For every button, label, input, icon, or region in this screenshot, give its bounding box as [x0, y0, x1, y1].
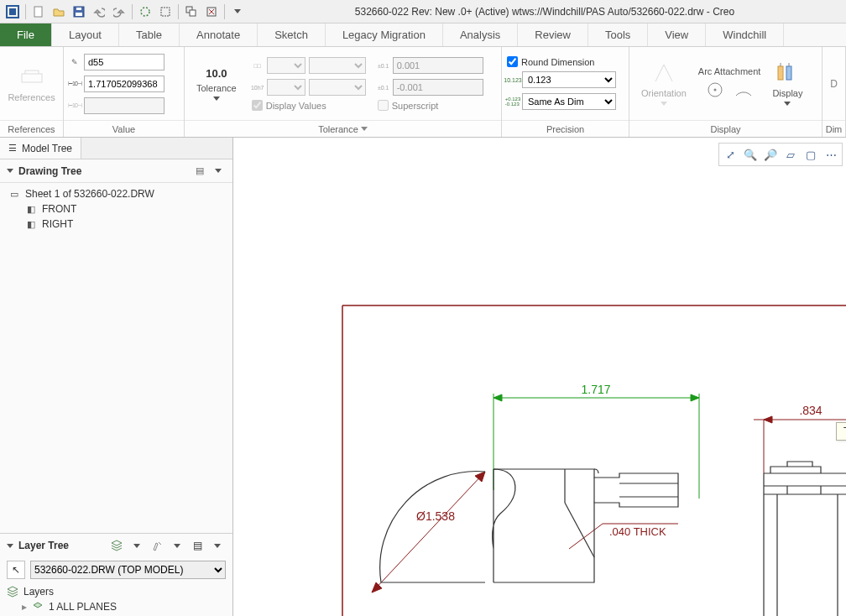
- dim-name-icon: ✎: [69, 56, 81, 68]
- layer-model-select[interactable]: 532660-022.DRW (TOP MODEL): [30, 561, 226, 579]
- save-icon[interactable]: [70, 3, 88, 21]
- window-title: 532660-022 Rev: New .0+ (Active) wtws://…: [247, 6, 843, 18]
- layers-icon[interactable]: [108, 537, 125, 554]
- view-icon: ◧: [25, 218, 37, 230]
- tree-icon: ☰: [8, 143, 17, 154]
- view-icon: ◧: [25, 203, 37, 215]
- tol-mode1-select: [267, 57, 306, 74]
- app-icon[interactable]: [3, 3, 22, 21]
- tab-tools[interactable]: Tools: [588, 23, 648, 46]
- tree-item-sheet[interactable]: ▭ Sheet 1 of 532660-022.DRW: [0, 186, 232, 201]
- svg-point-6: [141, 8, 149, 16]
- svg-point-18: [714, 88, 717, 91]
- new-icon[interactable]: [29, 3, 48, 21]
- collapse-icon[interactable]: [7, 544, 13, 548]
- tab-file[interactable]: File: [0, 23, 52, 46]
- layer-dropdown2-icon[interactable]: [169, 537, 185, 554]
- orientation-icon: [652, 61, 676, 85]
- tol-mode2-icon: 10h7: [252, 81, 264, 93]
- undo-icon[interactable]: [90, 3, 108, 21]
- group-label-tolerance: Tolerance: [185, 120, 501, 137]
- tab-annotate[interactable]: Annotate: [180, 23, 258, 46]
- dim-name-input[interactable]: [84, 54, 164, 70]
- layers-root[interactable]: Layers: [7, 584, 226, 599]
- svg-rect-4: [76, 13, 82, 16]
- svg-rect-19: [778, 66, 783, 80]
- tol-lower-icon: ±0.1: [378, 81, 389, 93]
- tol-precision-icon: +0.123-0.123: [507, 96, 519, 107]
- side-panel: ☰ Model Tree Drawing Tree ▤ ▭ Sheet 1 of…: [0, 138, 233, 616]
- tooltip-text: Text: [836, 422, 846, 441]
- svg-rect-1: [9, 8, 16, 15]
- group-label-value: Value: [64, 120, 184, 137]
- redo-icon[interactable]: [110, 3, 128, 21]
- tol-precision-select[interactable]: Same As Dim: [522, 93, 616, 110]
- regen-icon[interactable]: [136, 3, 154, 21]
- qat-dropdown-icon[interactable]: [228, 3, 247, 21]
- open-icon[interactable]: [50, 3, 68, 21]
- close-window-icon[interactable]: [202, 3, 221, 21]
- group-label-dim: Dim: [822, 120, 845, 137]
- group-label-precision: Precision: [502, 120, 629, 137]
- tol-mode2-select: [267, 79, 306, 96]
- display-values-checkbox: [252, 100, 263, 111]
- ribbon-tabs: File Layout Table Annotate Sketch Legacy…: [0, 23, 846, 47]
- tab-view[interactable]: View: [648, 23, 706, 46]
- value-precision-select[interactable]: 0.123: [522, 71, 616, 88]
- tab-sketch[interactable]: Sketch: [258, 23, 326, 46]
- svg-rect-13: [22, 74, 42, 82]
- layer-icon: [32, 601, 44, 613]
- expand-icon[interactable]: ▸: [22, 601, 27, 613]
- orientation-button: Orientation: [634, 51, 693, 117]
- layer-item-all-planes[interactable]: ▸ 1 ALL PLANES: [7, 599, 226, 614]
- drawing-svg: 1.717 .834 Ø1.538 .040 THICK: [233, 138, 846, 616]
- override-value-input: [84, 97, 164, 114]
- tol-upper-input: [393, 57, 483, 74]
- quick-access-toolbar: [3, 3, 247, 21]
- tab-analysis[interactable]: Analysis: [443, 23, 518, 46]
- layers-stack-icon: [7, 586, 18, 598]
- round-dimension-checkbox[interactable]: [507, 56, 518, 67]
- svg-rect-2: [34, 7, 42, 17]
- svg-rect-9: [190, 10, 196, 16]
- arc-center-button[interactable]: [702, 78, 728, 102]
- arc-outside-button[interactable]: [731, 78, 756, 102]
- svg-rect-7: [161, 8, 170, 16]
- tree-item-right[interactable]: ◧ RIGHT: [0, 217, 232, 232]
- drawing-canvas[interactable]: ⤢ 🔍 🔎 ▱ ▢ ⋯ 1.717 .834: [233, 138, 846, 616]
- model-tree-tab[interactable]: ☰ Model Tree: [0, 138, 81, 159]
- display-button[interactable]: Display: [765, 51, 809, 117]
- svg-line-37: [569, 524, 603, 549]
- tab-table[interactable]: Table: [119, 23, 180, 46]
- tab-windchill[interactable]: Windchill: [706, 23, 784, 46]
- layer-tools-icon[interactable]: [149, 537, 165, 554]
- superscript-label: Superscript: [392, 101, 439, 111]
- tol-mode1-icon: □□: [252, 60, 264, 71]
- tree-dropdown-icon[interactable]: [211, 164, 226, 179]
- layer-dropdown3-icon[interactable]: [209, 537, 226, 554]
- tolerance-button[interactable]: 10.0 Tolerance: [190, 51, 243, 117]
- tol-lower-input: [393, 79, 483, 96]
- select-box-icon[interactable]: [156, 3, 175, 21]
- tab-layout[interactable]: Layout: [52, 23, 119, 46]
- svg-marker-27: [691, 394, 699, 401]
- tolerance-num: 10.0: [206, 67, 227, 80]
- tree-settings-icon[interactable]: ▤: [192, 164, 207, 179]
- svg-marker-26: [494, 394, 502, 401]
- drawing-tree-title: Drawing Tree: [18, 165, 81, 177]
- layer-dropdown-icon[interactable]: [128, 537, 145, 554]
- tab-legacy-migration[interactable]: Legacy Migration: [326, 23, 443, 46]
- windows-icon[interactable]: [182, 3, 201, 21]
- layer-tree-title: Layer Tree: [18, 540, 69, 551]
- svg-rect-5: [76, 8, 81, 10]
- tab-review[interactable]: Review: [518, 23, 588, 46]
- tree-item-front[interactable]: ◧ FRONT: [0, 201, 232, 217]
- nominal-value-input[interactable]: [84, 76, 164, 92]
- svg-marker-30: [764, 416, 772, 423]
- chevron-down-icon: [213, 97, 220, 101]
- layer-settings-icon[interactable]: ▤: [189, 537, 206, 554]
- pick-model-button[interactable]: ↖: [7, 561, 25, 579]
- collapse-icon[interactable]: [7, 169, 13, 173]
- references-button: References: [1, 51, 61, 117]
- round-dimension-label: Round Dimension: [521, 57, 594, 67]
